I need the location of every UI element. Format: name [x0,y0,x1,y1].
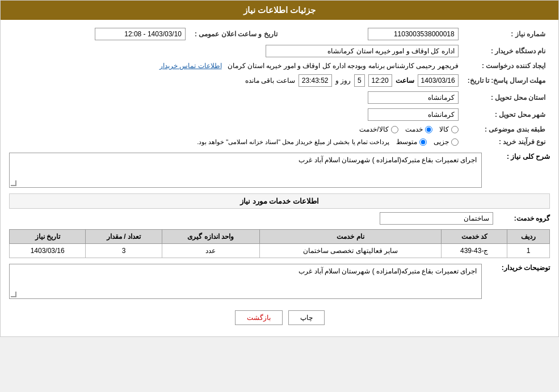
table-row: نام دستگاه خریدار : اداره کل اوقاف و امو… [9,43,550,60]
table-row: مهلت ارسال پاسخ: تا تاریخ: 1403/03/16 سا… [9,72,550,89]
footer-buttons: چاپ بازگشت [9,305,550,331]
category-options: کالا خدمت کالا/خدمت [9,123,463,136]
purchase-motavasset-label: متوسط [396,138,417,146]
group-label: گروه خدمت: [493,214,550,222]
buyer-desc-label: توضیحات خریدار: [482,264,550,272]
table-row: نوع فرآیند خرید : جزیی متوسط پرداخت [9,136,550,148]
col-header-quantity: تعداد / مقدار [86,230,162,244]
province-box: کرمانشاه [368,91,459,104]
category-radio-khedmat[interactable] [425,126,432,133]
announce-date-value: 1403/03/10 - 12:08 [9,26,190,43]
buyer-desc-box: اجرای تعمیرات بقاع متبرکه(امامزاده ) شهر… [9,264,482,299]
category-radio-kala-khedmat[interactable] [391,126,398,133]
description-box: اجرای تعمیرات بقاع متبرکه(امامزاده ) شهر… [9,153,482,188]
response-date-box: 1403/03/16 [418,74,459,87]
purchase-type-option-jozi[interactable]: جزیی [434,138,459,146]
services-section: اطلاعات خدمات مورد نیاز گروه خدمت: ساختم… [9,193,550,258]
cell-date: 1403/03/16 [10,244,86,258]
buyer-name-value: اداره کل اوقاف و امور خیریه استان کرمانش… [9,43,463,60]
creator-text: فریجهر رحیمی کارشناس برنامه وبودجه اداره… [228,62,459,70]
col-header-row-num: ردیف [507,230,550,244]
content-area: شماره نیاز : 1103003538000018 تاریخ و سا… [1,20,558,336]
cell-unit: عدد [162,244,259,258]
request-number-box: 1103003538000018 [368,28,459,40]
col-header-date: تاریخ نیاز [10,230,86,244]
description-label: شرح کلی نیاز : [482,153,550,161]
buyer-desc-resize-handle[interactable] [11,292,16,297]
category-kala-label: کالا [439,125,449,133]
group-row: گروه خدمت: ساختمان [9,212,550,225]
col-header-service-name: نام خدمت [259,230,442,244]
table-row: شهر محل تحویل : کرمانشاه [9,106,550,123]
province-value: کرمانشاه [9,89,463,106]
table-row: ایجاد کننده درخواست : فریجهر رحیمی کارشن… [9,60,550,72]
description-section: شرح کلی نیاز : اجرای تعمیرات بقاع متبرکه… [9,153,550,188]
response-days-box: 5 [354,74,365,87]
page-wrapper: جزئیات اطلاعات نیاز شماره نیاز : 1103003… [0,0,559,337]
buyer-desc-text: اجرای تعمیرات بقاع متبرکه(امامزاده ) شهر… [14,267,477,296]
cell-quantity: 3 [86,244,162,258]
days-label: روز و [335,77,351,85]
services-title: اطلاعات خدمات مورد نیاز [9,193,550,209]
creator-label: ایجاد کننده درخواست : [463,60,550,72]
category-option-kala-khedmat[interactable]: کالا/خدمت [359,125,398,133]
description-text: اجرای تعمیرات بقاع متبرکه(امامزاده ) شهر… [14,156,477,184]
purchase-jozi-label: جزیی [434,138,449,146]
announce-date-label: تاریخ و ساعت اعلان عمومی : [190,26,282,43]
hours-label: ساعت باقی مانده [245,77,295,85]
category-kala-khedmat-label: کالا/خدمت [359,125,388,133]
category-option-khedmat[interactable]: خدمت [405,125,432,133]
city-label: شهر محل تحویل : [463,106,550,123]
request-number-label: شماره نیاز : [463,26,550,43]
response-deadline-label: مهلت ارسال پاسخ: تا تاریخ: [463,72,550,89]
cell-service-name: سایر فعالیتهای تخصصی ساختمان [259,244,442,258]
col-header-unit: واحد اندازه گیری [162,230,259,244]
city-box: کرمانشاه [368,108,459,121]
deadline-date-row: 1403/03/16 ساعت 12:20 5 روز و 23:43:52 س… [14,74,459,87]
province-label: استان محل تحویل : [463,89,550,106]
purchase-type-value: جزیی متوسط پرداخت تمام یا بخشی از مبلغ خ… [9,136,463,148]
cell-service-code: ج-43-439 [442,244,507,258]
city-value: کرمانشاه [9,106,463,123]
purchase-type-radio-jozi[interactable] [451,138,459,146]
category-option-kala[interactable]: کالا [439,125,459,133]
announce-date-box: 1403/03/10 - 12:08 [95,28,186,40]
main-info-table: شماره نیاز : 1103003538000018 تاریخ و سا… [9,26,550,148]
creator-contact-link[interactable]: اطلاعات تماس خریدار [159,62,222,70]
buyer-name-box: اداره کل اوقاف و امور خیریه استان کرمانش… [266,45,459,57]
category-khedmat-label: خدمت [405,125,423,133]
table-row: استان محل تحویل : کرمانشاه [9,89,550,106]
category-radio-kala[interactable] [451,126,459,133]
services-table: ردیف کد خدمت نام خدمت واحد اندازه گیری ت… [9,229,550,258]
print-button[interactable]: چاپ [288,310,325,325]
resize-handle[interactable] [11,180,16,186]
page-header: جزئیات اطلاعات نیاز [1,1,558,20]
table-row: طبقه بندی موضوعی : کالا خدمت [9,123,550,136]
request-number-value: 1103003538000018 [282,26,463,43]
table-row: 1 ج-43-439 سایر فعالیتهای تخصصی ساختمان … [10,244,550,258]
col-header-service-code: کد خدمت [442,230,507,244]
category-label: طبقه بندی موضوعی : [463,123,550,136]
back-button[interactable]: بازگشت [235,310,283,325]
page-title: جزئیات اطلاعات نیاز [243,5,316,15]
response-time-box: 12:20 [368,74,392,87]
purchase-type-note: پرداخت تمام یا بخشی از مبلغ خریداز محل "… [197,138,389,146]
purchase-type-option-motavasset[interactable]: متوسط [396,138,427,146]
response-time-left-box: 23:43:52 [299,74,332,87]
response-deadline-value: 1403/03/16 ساعت 12:20 5 روز و 23:43:52 س… [9,72,463,89]
group-value: ساختمان [380,212,493,225]
purchase-type-radio-group: جزیی متوسط پرداخت تمام یا بخشی از مبلغ خ… [14,138,459,146]
purchase-type-radio-motavasset[interactable] [419,138,427,146]
category-radio-group: کالا خدمت کالا/خدمت [14,125,459,133]
table-header-row: ردیف کد خدمت نام خدمت واحد اندازه گیری ت… [10,230,550,244]
buyer-desc-section: توضیحات خریدار: اجرای تعمیرات بقاع متبرک… [9,264,550,299]
creator-value: فریجهر رحیمی کارشناس برنامه وبودجه اداره… [9,60,463,72]
purchase-type-label: نوع فرآیند خرید : [463,136,550,148]
cell-row-num: 1 [507,244,550,258]
buyer-name-label: نام دستگاه خریدار : [463,43,550,60]
table-row: شماره نیاز : 1103003538000018 تاریخ و سا… [9,26,550,43]
time-label: ساعت [396,77,414,85]
